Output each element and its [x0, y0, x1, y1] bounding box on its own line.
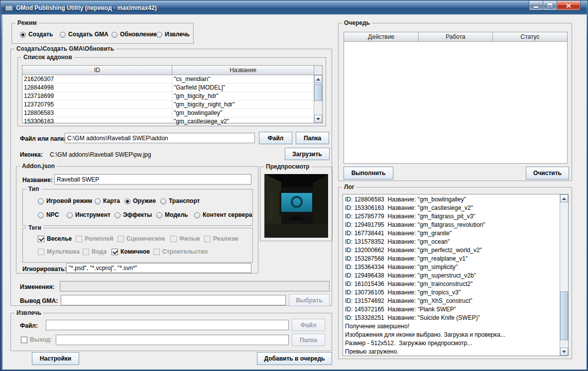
cell-id: 128844998 — [22, 84, 172, 92]
changes-label: Изменения: — [20, 283, 54, 290]
extract-output-input[interactable] — [56, 335, 289, 345]
clear-button[interactable]: Очистить — [526, 167, 569, 180]
close-button[interactable] — [557, 1, 581, 10]
file-button[interactable]: Файл — [259, 132, 292, 144]
column-header-status[interactable]: Статус — [493, 32, 567, 42]
window-title: GMod Publishing Utility (перевод - maxim… — [16, 4, 157, 11]
table-row[interactable]: 128844998 "Garfield [MODEL]" — [22, 84, 322, 92]
radio-label: Создать — [28, 31, 53, 38]
column-header-action[interactable]: Действие — [344, 32, 419, 42]
scrollbar-thumb[interactable] — [560, 291, 568, 340]
addon-list-scrollbar[interactable] — [314, 75, 322, 123]
scroll-down-button[interactable] — [314, 115, 322, 123]
output-checkbox[interactable]: Выход: — [21, 336, 52, 344]
checkbox-icon — [153, 249, 160, 255]
arrow-up-icon — [316, 78, 320, 81]
radio-map[interactable]: Карта — [95, 197, 120, 205]
checkbox-icon — [83, 249, 89, 255]
tags-group: Теги Веселье Ролеплей Сценическое — [22, 228, 253, 263]
checkbox-comic[interactable]: Комичное — [112, 248, 150, 256]
scroll-down-button[interactable] — [560, 348, 568, 356]
extract-folder-button: Папка — [292, 334, 325, 346]
log-scrollbar[interactable] — [560, 194, 568, 356]
log-line: ID: 125785779 Название: "gm_flatgrass_pi… — [345, 212, 558, 221]
radio-server-content[interactable]: Контент сервера — [194, 211, 252, 219]
file-or-folder-input[interactable] — [65, 133, 255, 143]
checkbox-label: Мультяшка — [47, 248, 80, 256]
addon-list-group: Список аддонов ID Название 216206307 "cs… — [17, 57, 326, 126]
arrow-down-icon — [316, 118, 320, 120]
addon-name-input[interactable] — [54, 174, 251, 185]
log-textarea[interactable]: ID: 128806583 Название: "gm_bowlingalley… — [343, 194, 569, 356]
cell-name: "gm_bigcity_hdr" — [172, 92, 314, 100]
table-row[interactable]: 123718699 "gm_bigcity_hdr" — [22, 92, 322, 100]
radio-icon — [115, 212, 120, 218]
scroll-up-button[interactable] — [560, 194, 568, 202]
log-line: ID: 167738441 Название: "gm_granite" — [345, 229, 558, 238]
radio-icon — [60, 32, 66, 38]
cell-name: "gm_bigcity_night_hdr" — [172, 100, 314, 108]
table-row[interactable]: 216206307 "cs_meridian" — [22, 75, 322, 84]
checkbox-label: Реализм — [213, 235, 238, 243]
log-line: ID: 135364334 Название: "gm_simplicity" — [345, 263, 558, 272]
ignore-label: Игнорировать: — [22, 266, 67, 273]
maximize-button[interactable] — [543, 1, 557, 10]
radio-extract[interactable]: Извлечь — [156, 31, 190, 38]
output-checkbox-label: Выход: — [30, 336, 52, 344]
column-header-id[interactable]: ID — [22, 66, 172, 75]
extract-file-input[interactable] — [46, 320, 289, 330]
gma-output-input[interactable] — [61, 295, 286, 305]
preview-image — [264, 174, 328, 238]
radio-npc[interactable]: NPC — [38, 211, 59, 219]
table-row[interactable]: 123720795 "gm_bigcity_night_hdr" — [22, 100, 322, 109]
checkbox-water: Вода — [83, 248, 107, 256]
scroll-up-button[interactable] — [314, 75, 322, 83]
radio-label: Оружие — [133, 197, 156, 205]
radio-tool[interactable]: Инструмент — [67, 211, 111, 219]
radio-effects[interactable]: Эффекты — [115, 211, 152, 219]
cell-id: 123718699 — [22, 92, 172, 100]
settings-button[interactable]: Настройки — [32, 352, 79, 365]
log-line: Получение завершено! — [345, 322, 558, 331]
titlebar[interactable]: GMod Publishing Utility (перевод - maxim… — [1, 1, 587, 14]
radio-weapon[interactable]: Оружие — [124, 197, 156, 205]
cell-id: 216206307 — [22, 75, 172, 83]
radio-icon — [112, 32, 118, 38]
ignore-input[interactable] — [66, 263, 251, 273]
scrollbar-thumb[interactable] — [314, 84, 322, 101]
minimize-button[interactable] — [529, 1, 543, 10]
checkbox-label: Ролеплей — [85, 235, 114, 243]
radio-create-gma[interactable]: Создать GMA — [60, 31, 109, 38]
maximize-icon — [548, 3, 552, 7]
column-header-name[interactable]: Название — [172, 66, 314, 75]
radio-vehicle[interactable]: Транспорт — [160, 197, 200, 205]
load-icon-button[interactable]: Загрузить — [285, 148, 330, 160]
mode-group: Режим Создать Создать GMA Обновление Изв… — [11, 23, 194, 44]
radio-gamemode[interactable]: Игровой режим — [38, 197, 92, 205]
folder-button[interactable]: Папка — [296, 132, 329, 144]
checkbox-icon — [170, 236, 177, 242]
log-line: ID: 129496438 Название: "gm_superstruct_… — [345, 272, 558, 280]
mode-group-title: Режим — [15, 19, 39, 26]
checkbox-fun[interactable]: Веселье — [38, 235, 72, 243]
checkbox-icon — [21, 337, 27, 343]
table-row[interactable]: 153306163 "gm_castlesiege_v2" — [22, 117, 322, 126]
cell-id: 123720795 — [22, 100, 172, 108]
radio-label: NPC — [46, 211, 59, 219]
extract-group: Извлечь Файл: Файл Выход: Папка — [10, 313, 332, 351]
column-header-job[interactable]: Работа — [419, 32, 493, 42]
radio-create[interactable]: Создать — [20, 31, 53, 38]
preview-group: Предпросмотр — [260, 167, 333, 241]
run-button[interactable]: Выполнить — [344, 167, 393, 180]
checkbox-icon — [76, 236, 82, 242]
radio-update[interactable]: Обновление — [112, 31, 157, 38]
add-to-queue-button[interactable]: Добавить в очередь — [257, 352, 332, 365]
radio-model[interactable]: Модель — [156, 211, 188, 219]
table-row[interactable]: 128806583 "gm_bowlingalley" — [22, 109, 322, 117]
checkbox-icon — [112, 249, 118, 255]
radio-label: Инструмент — [75, 211, 111, 219]
checkbox-realism: Реализм — [204, 235, 238, 243]
radio-icon — [156, 32, 162, 38]
radio-icon — [160, 198, 166, 204]
create-group: Создать\Создать GMA\Обновить Список аддо… — [10, 49, 332, 306]
